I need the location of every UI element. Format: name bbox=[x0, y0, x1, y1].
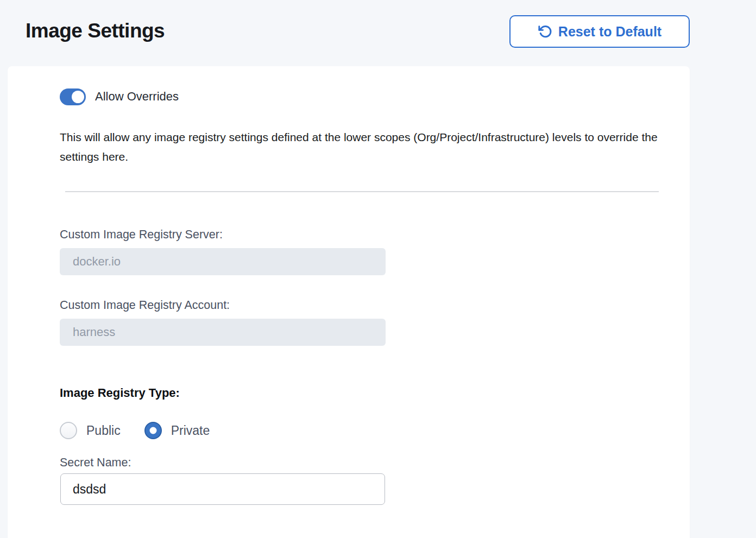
registry-type-label: Image Registry Type: bbox=[60, 386, 180, 400]
secret-name-input[interactable] bbox=[60, 473, 385, 505]
registry-server-label: Custom Image Registry Server: bbox=[60, 228, 223, 242]
allow-overrides-label: Allow Overrides bbox=[95, 90, 179, 104]
registry-account-label: Custom Image Registry Account: bbox=[60, 299, 230, 312]
private-radio-button[interactable] bbox=[144, 422, 162, 439]
page-title: Image Settings bbox=[26, 20, 165, 42]
reset-button-label: Reset to Default bbox=[558, 24, 662, 40]
public-radio-label: Public bbox=[86, 423, 121, 438]
secret-name-label: Secret Name: bbox=[60, 456, 131, 470]
toggle-knob bbox=[72, 91, 84, 103]
allow-overrides-row: Allow Overrides bbox=[60, 88, 179, 105]
overrides-description: This will allow any image registry setti… bbox=[60, 128, 665, 167]
radio-option-private[interactable]: Private bbox=[144, 422, 210, 439]
settings-card: Allow Overrides This will allow any imag… bbox=[8, 66, 690, 538]
registry-type-radio-group: Public Private bbox=[60, 422, 210, 439]
reset-to-default-button[interactable]: Reset to Default bbox=[509, 15, 690, 48]
registry-server-input[interactable] bbox=[60, 248, 386, 275]
public-radio-button[interactable] bbox=[60, 422, 77, 439]
reset-icon bbox=[538, 24, 552, 39]
registry-account-input[interactable] bbox=[60, 319, 386, 346]
private-radio-label: Private bbox=[171, 423, 210, 438]
allow-overrides-toggle[interactable] bbox=[60, 88, 86, 105]
radio-option-public[interactable]: Public bbox=[60, 422, 121, 439]
section-divider bbox=[65, 191, 659, 192]
